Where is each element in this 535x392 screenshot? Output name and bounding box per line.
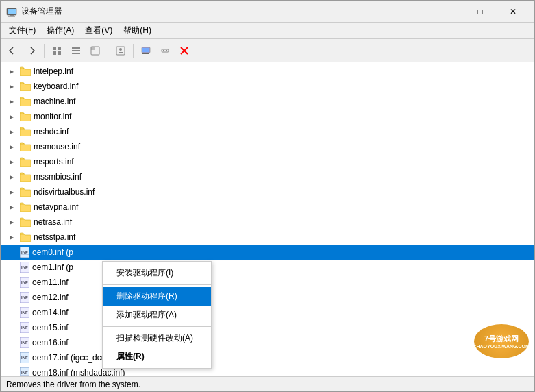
- svg-rect-12: [91, 47, 95, 50]
- inf-icon: INF: [20, 307, 29, 318]
- menu-bar: 文件(F) 操作(A) 查看(V) 帮助(H): [1, 23, 534, 39]
- tree-item[interactable]: ▶ INF oem12.inf: [1, 290, 534, 305]
- tree-arrow: ▶: [6, 171, 17, 182]
- tree-item-label: keyboard.inf: [34, 82, 78, 91]
- context-menu-item[interactable]: 属性(R): [103, 347, 211, 366]
- tree-item[interactable]: ▶ netavpna.inf: [1, 199, 534, 215]
- tree-arrow: ▶: [6, 141, 17, 152]
- tree-item-label: netrasa.inf: [34, 217, 72, 227]
- tree-item[interactable]: ▶ msmouse.inf: [1, 139, 534, 154]
- folder-icon: [20, 66, 31, 76]
- tree-item-label: monitor.inf: [34, 112, 71, 121]
- folder-icon: [20, 217, 31, 227]
- tree-item[interactable]: ▶ INF oem18.inf (mshdadac.inf): [1, 365, 534, 376]
- svg-text:INF: INF: [21, 341, 28, 345]
- inf-driver-icon: INF: [20, 367, 29, 376]
- computer-button[interactable]: [137, 42, 155, 60]
- tree-item-label: msports.inf: [34, 157, 74, 167]
- inf-icon: INF: [20, 262, 29, 273]
- context-menu-item[interactable]: 删除驱动程序(R): [103, 287, 211, 306]
- svg-text:INF: INF: [21, 371, 28, 375]
- svg-text:INF: INF: [21, 310, 28, 315]
- close-button[interactable]: ✕: [497, 2, 529, 21]
- connect-button[interactable]: [156, 42, 174, 60]
- svg-text:INF: INF: [21, 265, 28, 269]
- tree-item[interactable]: ▶ mshdc.inf: [1, 124, 534, 139]
- svg-rect-42: [21, 360, 29, 360]
- tree-item[interactable]: ▶ INF oem1.inf (p: [1, 260, 534, 275]
- toolbar: [1, 39, 534, 62]
- tree-item[interactable]: ▶ msports.inf: [1, 154, 534, 169]
- tree-arrow: ▶: [6, 232, 17, 243]
- svg-rect-5: [58, 47, 61, 50]
- properties-button[interactable]: [112, 42, 129, 60]
- back-button[interactable]: [3, 42, 21, 60]
- tree-item[interactable]: ▶ mssmbios.inf: [1, 169, 534, 184]
- context-menu-item[interactable]: 安装驱动程序(I): [103, 264, 211, 282]
- svg-rect-21: [163, 50, 164, 51]
- svg-rect-2: [10, 15, 14, 16]
- svg-rect-27: [21, 254, 29, 255]
- tree-arrow: ▶: [6, 186, 17, 197]
- view-btn-1[interactable]: [48, 42, 66, 60]
- view-btn-2[interactable]: [67, 42, 85, 60]
- context-menu-item[interactable]: 扫描检测硬件改动(A): [103, 329, 211, 347]
- inf-driver-icon: INF: [20, 352, 29, 363]
- device-manager-window: 设备管理器 — □ ✕ 文件(F) 操作(A) 查看(V) 帮助(H): [0, 0, 535, 392]
- tree-item[interactable]: ▶ INF oem17.inf (igcc_dcn.inf): [1, 350, 534, 365]
- delete-button[interactable]: [175, 42, 193, 60]
- menu-action[interactable]: 操作(A): [41, 23, 79, 38]
- tree-view[interactable]: ▶ intelpep.inf▶ keyboard.inf▶ machine.in…: [1, 62, 534, 376]
- tree-item[interactable]: ▶ netsstpa.inf: [1, 230, 534, 245]
- context-menu-separator: [103, 284, 211, 285]
- tree-item-label: oem14.inf: [32, 308, 69, 317]
- tree-arrow: ▶: [6, 201, 17, 212]
- svg-point-14: [119, 48, 122, 51]
- tree-arrow: ▶: [6, 66, 17, 77]
- svg-rect-7: [58, 51, 61, 55]
- tree-item[interactable]: ▶ netrasa.inf: [1, 215, 534, 230]
- tree-item[interactable]: ▶ ndisvirtualbus.inf: [1, 184, 534, 199]
- tree-item-label: mshdc.inf: [34, 127, 69, 136]
- status-bar: Removes the driver from the system.: [1, 376, 534, 391]
- minimize-button[interactable]: —: [432, 2, 463, 21]
- folder-icon: [20, 112, 31, 121]
- status-text: Removes the driver from the system.: [6, 380, 140, 389]
- tree-item-label: intelpep.inf: [34, 66, 73, 76]
- tree-item[interactable]: ▶ keyboard.inf: [1, 79, 534, 94]
- inf-icon: INF: [20, 277, 29, 288]
- tree-item-label: oem16.inf: [32, 338, 69, 347]
- inf-icon: INF: [20, 322, 29, 333]
- folder-icon: [20, 202, 31, 212]
- svg-rect-19: [142, 53, 149, 54]
- tree-item[interactable]: ▶ machine.inf: [1, 94, 534, 109]
- menu-file[interactable]: 文件(F): [3, 23, 41, 38]
- maximize-button[interactable]: □: [464, 2, 496, 21]
- svg-rect-45: [21, 375, 29, 376]
- tree-item[interactable]: ▶ INF oem11.inf: [1, 275, 534, 290]
- context-menu: 安装驱动程序(I)删除驱动程序(R)添加驱动程序(A)扫描检测硬件改动(A)属性…: [102, 261, 212, 369]
- svg-rect-8: [72, 47, 80, 49]
- title-bar: 设备管理器 — □ ✕: [1, 1, 534, 23]
- svg-rect-20: [162, 49, 169, 52]
- tree-item[interactable]: ▶ INF oem0.inf (p: [1, 245, 534, 260]
- folder-icon: [20, 97, 31, 106]
- tree-item[interactable]: ▶ INF oem15.inf: [1, 320, 534, 335]
- tree-item[interactable]: ▶ intelpep.inf: [1, 64, 534, 79]
- tree-item[interactable]: ▶ monitor.inf: [1, 109, 534, 124]
- app-icon: [6, 6, 17, 17]
- tree-item-label: oem11.inf: [32, 278, 69, 287]
- folder-icon: [20, 142, 31, 151]
- tree-item[interactable]: ▶ INF oem16.inf: [1, 335, 534, 350]
- view-btn-3[interactable]: [86, 42, 104, 60]
- watermark-line1: 7号游戏网: [484, 334, 519, 344]
- tree-item[interactable]: ▶ INF oem14.inf: [1, 305, 534, 320]
- forward-button[interactable]: [23, 42, 40, 60]
- menu-help[interactable]: 帮助(H): [118, 23, 157, 38]
- folder-icon: [20, 232, 31, 242]
- tree-item-label: oem0.inf (p: [32, 247, 73, 257]
- tree-item-label: netavpna.inf: [34, 202, 78, 212]
- context-menu-item[interactable]: 添加驱动程序(A): [103, 306, 211, 324]
- tree-item-label: msmouse.inf: [34, 142, 80, 151]
- menu-view[interactable]: 查看(V): [79, 23, 118, 38]
